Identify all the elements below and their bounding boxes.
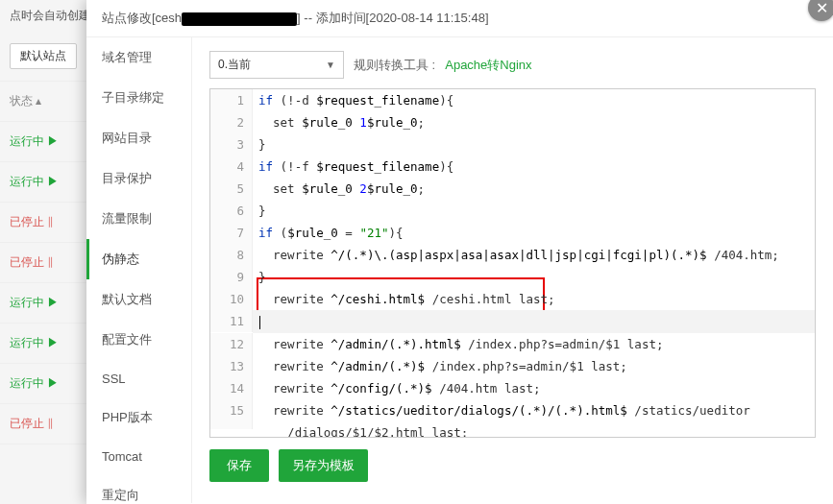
code-content[interactable]: if (!-d $request_filename){ <box>253 89 815 111</box>
line-number: 3 <box>210 133 253 156</box>
code-line: 13 rewrite ^/admin/(.*)$ /index.php?s=ad… <box>210 355 815 377</box>
line-number: 10 <box>210 288 253 310</box>
code-content[interactable]: set $rule_0 2$rule_0; <box>253 178 815 200</box>
line-number: 15 <box>210 399 253 421</box>
toolbar: 0.当前 ▼ 规则转换工具 : Apache转Nginx <box>209 51 816 79</box>
code-content[interactable]: if (!-f $request_filename){ <box>253 156 815 178</box>
code-content[interactable]: rewrite ^/config/(.*)$ /404.htm last; <box>253 377 815 399</box>
converter-label: 规则转换工具 : <box>354 57 435 74</box>
code-content[interactable]: rewrite ^/admin/(.*)$ /index.php?s=admin… <box>253 355 815 377</box>
chevron-down-icon: ▼ <box>326 60 335 70</box>
tab-11[interactable]: 重定向 <box>86 475 191 504</box>
line-number: 6 <box>210 200 253 222</box>
code-line: 6} <box>210 200 815 222</box>
code-line: 8 rewrite ^/(.*)\.(asp|aspx|asa|asax|dll… <box>210 244 815 266</box>
code-content[interactable]: rewrite ^/(.*)\.(asp|aspx|asa|asax|dll|j… <box>253 244 815 266</box>
status-cell[interactable]: 运行中 ▶ <box>10 133 59 150</box>
status-cell[interactable]: 已停止 ∥ <box>10 416 54 432</box>
code-line: 10 rewrite ^/ceshi.html$ /ceshi.html las… <box>210 288 815 310</box>
tab-9[interactable]: PHP版本 <box>86 397 191 438</box>
code-editor[interactable]: 1if (!-d $request_filename){2 set $rule_… <box>209 88 816 438</box>
code-line: 2 set $rule_0 1$rule_0; <box>210 111 815 133</box>
line-number: 13 <box>210 355 253 377</box>
default-site-button[interactable]: 默认站点 <box>10 43 77 69</box>
redacted-domain <box>182 12 297 26</box>
code-line: /dialogs/$1/$2.html last; <box>210 421 815 439</box>
code-content[interactable]: /dialogs/$1/$2.html last; <box>253 421 815 439</box>
code-line: 11 <box>210 310 815 333</box>
tab-6[interactable]: 默认文档 <box>86 279 191 320</box>
site-edit-modal: ✕ 站点修改[cesh] -- 添加时间[2020-08-14 11:15:48… <box>86 0 833 504</box>
code-content[interactable]: set $rule_0 1$rule_0; <box>253 111 815 133</box>
code-content[interactable]: } <box>253 266 815 288</box>
line-number: 5 <box>210 178 253 200</box>
code-line: 14 rewrite ^/config/(.*)$ /404.htm last; <box>210 377 815 399</box>
save-as-template-button[interactable]: 另存为模板 <box>279 449 368 482</box>
code-content[interactable] <box>253 310 815 333</box>
code-line: 5 set $rule_0 2$rule_0; <box>210 178 815 200</box>
tab-3[interactable]: 目录保护 <box>86 158 191 199</box>
line-number: 2 <box>210 111 253 133</box>
code-content[interactable]: } <box>253 133 815 156</box>
line-number: 11 <box>210 310 253 332</box>
line-number: 4 <box>210 156 253 178</box>
code-line: 3} <box>210 133 815 156</box>
tab-7[interactable]: 配置文件 <box>86 320 191 360</box>
tab-0[interactable]: 域名管理 <box>86 37 191 78</box>
line-number: 8 <box>210 244 253 266</box>
line-number: 14 <box>210 377 253 399</box>
text-cursor <box>259 316 260 329</box>
tab-1[interactable]: 子目录绑定 <box>86 78 191 118</box>
rewrite-select[interactable]: 0.当前 ▼ <box>209 51 344 79</box>
status-column-header: 状态 ▴ <box>10 93 41 109</box>
code-content[interactable]: rewrite ^/admin/(.*).html$ /index.php?s=… <box>253 333 815 355</box>
status-cell[interactable]: 运行中 ▶ <box>10 174 59 190</box>
status-cell[interactable]: 运行中 ▶ <box>10 375 59 392</box>
tab-2[interactable]: 网站目录 <box>86 118 191 158</box>
line-number: 9 <box>210 266 253 288</box>
modal-title: 站点修改[cesh] -- 添加时间[2020-08-14 11:15:48] <box>86 0 833 37</box>
code-content[interactable]: rewrite ^/ceshi.html$ /ceshi.html last; <box>253 288 815 310</box>
code-content[interactable]: if ($rule_0 = "21"){ <box>253 222 815 244</box>
save-button[interactable]: 保存 <box>209 449 269 482</box>
code-line: 7if ($rule_0 = "21"){ <box>210 222 815 244</box>
status-cell[interactable]: 已停止 ∥ <box>10 254 54 271</box>
converter-link[interactable]: Apache转Nginx <box>445 57 531 74</box>
tab-4[interactable]: 流量限制 <box>86 199 191 239</box>
line-number: 1 <box>210 89 253 111</box>
line-number: 12 <box>210 333 253 355</box>
status-cell[interactable]: 已停止 ∥ <box>10 214 54 230</box>
main-area: 0.当前 ▼ 规则转换工具 : Apache转Nginx 1if (!-d $r… <box>192 37 833 503</box>
code-line: 1if (!-d $request_filename){ <box>210 89 815 111</box>
tab-5[interactable]: 伪静态 <box>86 239 191 279</box>
line-number <box>210 421 253 429</box>
code-line: 4if (!-f $request_filename){ <box>210 156 815 178</box>
code-content[interactable]: rewrite ^/statics/ueditor/dialogs/(.*)/(… <box>253 399 815 421</box>
line-number: 7 <box>210 222 253 244</box>
code-line: 9} <box>210 266 815 288</box>
tab-10[interactable]: Tomcat <box>86 438 191 475</box>
side-tabs: 域名管理子目录绑定网站目录目录保护流量限制伪静态默认文档配置文件SSLPHP版本… <box>86 37 192 503</box>
code-line: 15 rewrite ^/statics/ueditor/dialogs/(.*… <box>210 399 815 421</box>
code-line: 12 rewrite ^/admin/(.*).html$ /index.php… <box>210 333 815 355</box>
code-content[interactable]: } <box>253 200 815 222</box>
tab-8[interactable]: SSL <box>86 360 191 397</box>
status-cell[interactable]: 运行中 ▶ <box>10 295 59 311</box>
status-cell[interactable]: 运行中 ▶ <box>10 335 59 351</box>
